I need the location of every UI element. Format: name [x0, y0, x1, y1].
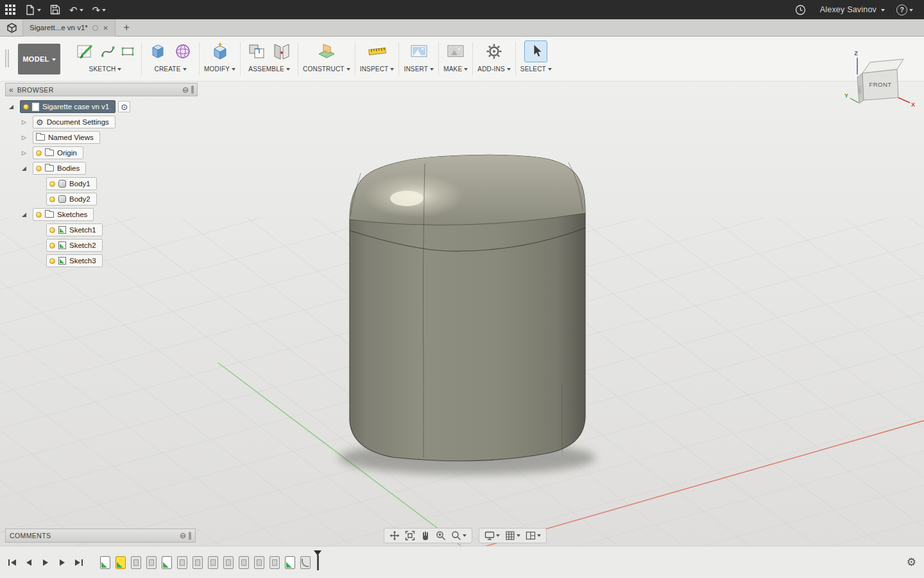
select-tool-button[interactable] — [524, 40, 547, 62]
browser-item-bodies[interactable]: ◢ Bodies — [5, 161, 198, 176]
timeline-item[interactable] — [146, 556, 157, 569]
go-to-start-button[interactable] — [5, 556, 19, 569]
ribbon-menu-make[interactable]: MAKE — [443, 66, 468, 73]
timeline-item[interactable] — [270, 556, 280, 569]
ribbon-menu-assemble[interactable]: ASSEMBLE — [248, 66, 290, 73]
zoom-options-button[interactable] — [449, 529, 469, 542]
visibility-bulb-icon[interactable] — [36, 150, 42, 156]
ribbon-menu-addins[interactable]: ADD-INS — [477, 66, 511, 73]
save-button[interactable] — [46, 0, 65, 19]
create-form-button[interactable] — [171, 40, 194, 62]
play-button[interactable] — [38, 556, 53, 569]
timeline-item[interactable] — [223, 556, 234, 569]
ribbon-menu-select[interactable]: SELECT — [520, 66, 552, 73]
ribbon-menu-inspect[interactable]: INSPECT — [360, 66, 395, 73]
browser-item-sketch2[interactable]: Sketch2 — [5, 238, 198, 253]
undo-button[interactable]: ↶ — [65, 0, 88, 19]
ground-target-button[interactable]: ⊙ — [118, 101, 130, 112]
addins-button[interactable] — [483, 40, 506, 62]
expand-closed-icon[interactable]: ▷ — [22, 134, 33, 141]
timeline-item[interactable] — [239, 556, 249, 569]
timeline-item[interactable] — [100, 556, 110, 569]
browser-item-named-views[interactable]: ▷ Named Views — [5, 130, 198, 145]
minimize-panel-icon[interactable]: ⊖ — [180, 532, 186, 539]
browser-item-sketches[interactable]: ◢ Sketches — [5, 207, 198, 222]
visibility-bulb-icon[interactable] — [49, 181, 55, 187]
timeline-item[interactable] — [193, 556, 203, 569]
expand-open-icon[interactable]: ◢ — [22, 165, 33, 171]
extrude-button[interactable] — [146, 40, 169, 62]
press-pull-button[interactable] — [209, 40, 232, 62]
visibility-bulb-icon[interactable] — [36, 166, 42, 171]
browser-item-body2[interactable]: Body2 — [5, 191, 198, 207]
visibility-bulb-icon[interactable] — [23, 104, 29, 110]
panel-resize-handle[interactable] — [191, 85, 194, 94]
minimize-panel-icon[interactable]: ⊖ — [182, 86, 189, 94]
browser-item-origin[interactable]: ▷ Origin — [5, 145, 198, 161]
step-forward-button[interactable] — [55, 556, 69, 569]
pan-button[interactable] — [387, 529, 402, 542]
timeline-item[interactable] — [162, 556, 172, 569]
ribbon-menu-create[interactable]: CREATE — [154, 66, 186, 73]
browser-header[interactable]: « BROWSER ⊖ — [5, 83, 198, 96]
notifications-button[interactable] — [791, 0, 810, 19]
visibility-bulb-icon[interactable] — [49, 243, 55, 249]
rectangle-tool-button[interactable] — [119, 42, 137, 61]
file-menu-button[interactable] — [21, 0, 46, 19]
comments-bar[interactable]: COMMENTS ⊖ — [5, 529, 196, 543]
new-component-button[interactable] — [245, 40, 268, 62]
ribbon-menu-insert[interactable]: INSERT — [404, 66, 434, 73]
step-back-button[interactable] — [22, 556, 36, 569]
fit-button[interactable] — [402, 529, 418, 542]
timeline-item[interactable] — [254, 556, 264, 569]
visibility-bulb-icon[interactable] — [36, 212, 42, 218]
viewcube[interactable]: FRONT LEFT Z X Y — [842, 48, 919, 112]
browser-item-document-settings[interactable]: ▷ ⚙ Document Settings — [5, 114, 198, 130]
insert-button[interactable] — [407, 40, 431, 62]
ribbon-menu-sketch[interactable]: SKETCH — [89, 66, 122, 73]
app-grid-button[interactable] — [0, 0, 21, 19]
timeline-item[interactable] — [208, 556, 218, 569]
display-settings-button[interactable] — [482, 529, 502, 542]
toolbar-grip[interactable] — [5, 49, 9, 67]
joint-button[interactable] — [270, 40, 293, 62]
timeline-item[interactable] — [177, 556, 187, 569]
browser-item-sketch3[interactable]: Sketch3 — [5, 253, 198, 268]
make-button[interactable] — [444, 40, 467, 62]
expand-closed-icon[interactable]: ▷ — [22, 150, 33, 156]
timeline-track[interactable] — [100, 555, 319, 570]
panel-resize-handle[interactable] — [189, 532, 191, 540]
expand-open-icon[interactable]: ◢ — [9, 103, 20, 110]
expand-open-icon[interactable]: ◢ — [22, 211, 33, 218]
go-to-end-button[interactable] — [72, 556, 86, 569]
help-menu[interactable]: ? — [892, 0, 918, 19]
collapse-panel-icon[interactable]: « — [9, 86, 13, 94]
ribbon-menu-modify[interactable]: MODIFY — [204, 66, 235, 73]
expand-closed-icon[interactable]: ▷ — [22, 119, 33, 125]
user-menu[interactable]: Alexey Savinov — [813, 0, 889, 19]
browser-item-root[interactable]: ◢ Sigarette case vn v1 ⊙ — [5, 99, 198, 114]
browser-item-body1[interactable]: Body1 — [5, 176, 198, 191]
visibility-bulb-icon[interactable] — [49, 227, 55, 233]
timeline-item[interactable] — [116, 556, 126, 569]
timeline-item[interactable] — [300, 556, 311, 569]
construct-plane-button[interactable] — [315, 40, 338, 62]
ribbon-menu-construct[interactable]: CONSTRUCT — [303, 66, 350, 73]
browser-item-sketch1[interactable]: Sketch1 — [5, 222, 198, 238]
timeline-item[interactable] — [131, 556, 141, 569]
timeline-item[interactable] — [285, 556, 295, 569]
zoom-button[interactable] — [433, 529, 449, 542]
measure-button[interactable] — [366, 40, 389, 62]
visibility-bulb-icon[interactable] — [49, 258, 55, 264]
create-sketch-button[interactable] — [74, 40, 97, 62]
spline-tool-button[interactable] — [99, 42, 117, 61]
orbit-button[interactable] — [418, 529, 433, 542]
new-tab-button[interactable]: + — [123, 22, 129, 33]
tab-close-button[interactable]: × — [103, 24, 109, 32]
document-tab[interactable]: Sigarett...e vn v1* × — [22, 19, 116, 37]
timeline-settings-gear-icon[interactable]: ⚙ — [907, 557, 916, 568]
redo-button[interactable]: ↷ — [88, 0, 111, 19]
grid-snap-button[interactable] — [502, 529, 523, 542]
visibility-bulb-icon[interactable] — [49, 197, 55, 202]
workspace-switcher[interactable]: MODEL — [18, 44, 60, 74]
